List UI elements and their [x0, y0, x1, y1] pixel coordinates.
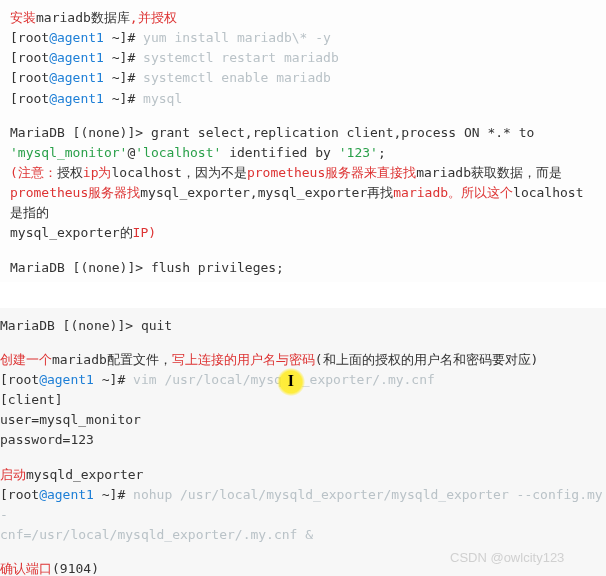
cmd-yum-install: [root@agent1 ~]# yum install mariadb\* -… [10, 28, 596, 48]
cnf-password: password=123 [0, 430, 606, 450]
cmd-mysql: [root@agent1 ~]# mysql [10, 89, 596, 109]
cmd-systemctl-enable: [root@agent1 ~]# systemctl enable mariad… [10, 68, 596, 88]
cnf-section-client: [client] [0, 390, 606, 410]
cnf-user: user=mysql_monitor [0, 410, 606, 430]
sql-grant-1: MariaDB [(none)]> grant select,replicati… [10, 123, 596, 143]
text-caret-icon: I [288, 369, 294, 394]
cmd-nohup-1: [root@agent1 ~]# nohup /usr/local/mysqld… [0, 485, 606, 525]
spacer [10, 109, 596, 123]
heading-confirm-port: 确认端口(9104) [0, 559, 606, 576]
sql-flush-privileges: MariaDB [(none)]> flush privileges; [10, 258, 596, 278]
note-line-1: (注意：授权ip为localhost，因为不是prometheus服务器来直接找… [10, 163, 596, 183]
heading-create-cnf: 创建一个mariadb配置文件，写上连接的用户名与密码(和上面的授权的用户名和密… [0, 350, 606, 370]
heading-install-mariadb: 安装mariadb数据库,并授权 [10, 8, 596, 28]
spacer [0, 545, 606, 559]
cmd-vim-cnf: [root@agent1 ~]# vim /usr/local/mysqI_ex… [0, 370, 606, 390]
code-block-top: 安装mariadb数据库,并授权 [root@agent1 ~]# yum in… [0, 0, 606, 282]
spacer [0, 451, 606, 465]
code-block-bottom: MariaDB [(none)]> quit 创建一个mariadb配置文件，写… [0, 308, 606, 576]
heading-start-exporter: 启动mysqld_exporter [0, 465, 606, 485]
sql-grant-2: 'mysql_monitor'@'localhost' identified b… [10, 143, 596, 163]
sql-quit: MariaDB [(none)]> quit [0, 316, 606, 336]
spacer [10, 244, 596, 258]
spacer [0, 336, 606, 350]
note-line-2: prometheus服务器找mysql_exporter,mysql_expor… [10, 183, 596, 223]
cmd-systemctl-restart: [root@agent1 ~]# systemctl restart maria… [10, 48, 596, 68]
note-line-3: mysql_exporter的IP) [10, 223, 596, 243]
cmd-nohup-2: cnf=/usr/local/mysqld_exporter/.my.cnf & [0, 525, 606, 545]
